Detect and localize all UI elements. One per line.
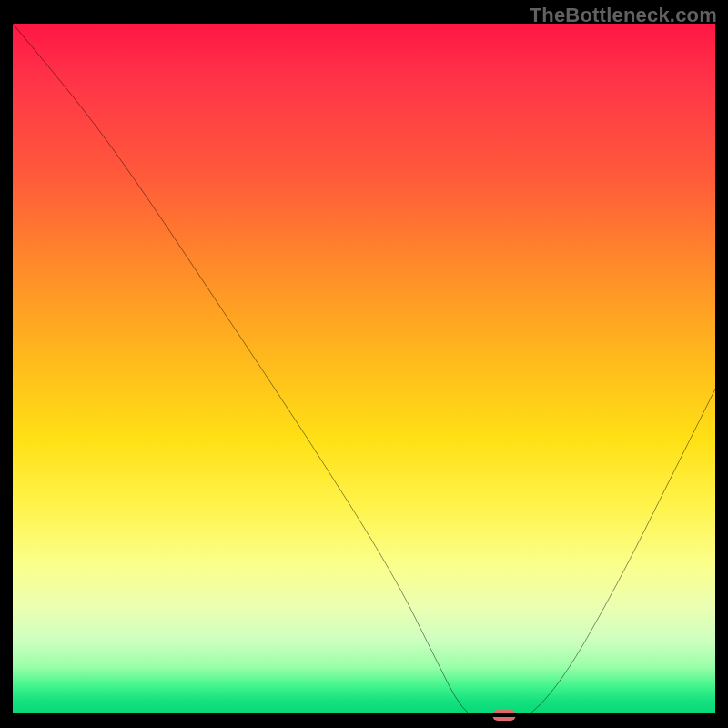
watermark-text: TheBottleneck.com [530,4,717,27]
plot-area [13,24,715,715]
bottleneck-curve [13,24,715,726]
chart-frame: TheBottleneck.com [0,0,728,728]
x-axis-line [13,713,715,717]
curve-path [13,24,715,726]
